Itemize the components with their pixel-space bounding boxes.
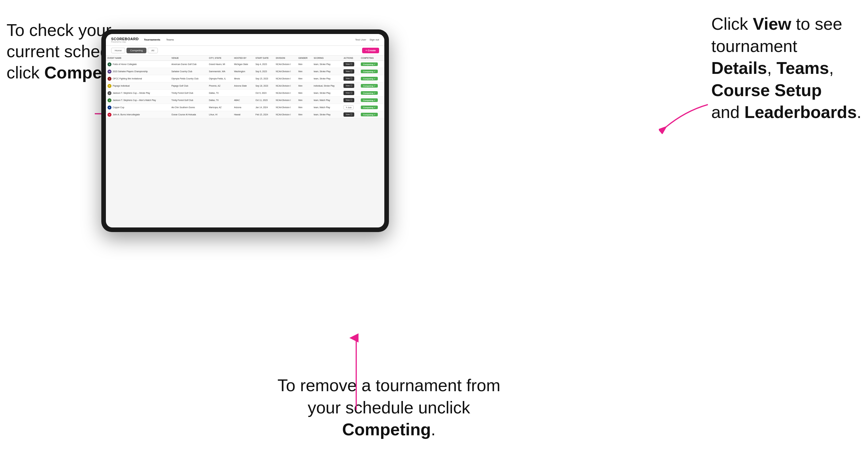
cell-actions: View ⓘ [342, 61, 359, 68]
competing-button[interactable]: Competing ✓ [361, 98, 378, 102]
cell-city: Phoenix, AZ [207, 82, 232, 90]
team-icon: S [107, 62, 112, 66]
view-button[interactable]: View ⓘ [343, 98, 354, 102]
cell-hosted: ABAC [232, 97, 254, 104]
cell-competing: Competing ✓ [359, 97, 384, 104]
cell-city: Olympia Fields, IL [207, 75, 232, 82]
table-row: H John A. Burns Intercollegiate Ocean Co… [106, 111, 384, 118]
cell-hosted: Illinois [232, 75, 254, 82]
filter-bar: Home Competing All + Create [106, 46, 384, 56]
header-left: SCOREBOARD Powered by clipp Tournaments … [111, 37, 174, 43]
nav-links: Tournaments Teams [144, 38, 174, 41]
view-button[interactable]: View ⓘ [343, 84, 354, 88]
cell-event-name: P Papago Individual [106, 82, 170, 90]
filter-tabs: Home Competing All [111, 48, 158, 53]
cell-event-name: W 2023 Sahalee Players Championship [106, 68, 170, 75]
cell-actions: View ⓘ [342, 75, 359, 82]
cell-competing: Competing ✓ [359, 90, 384, 97]
tab-all[interactable]: All [148, 48, 158, 53]
view-button[interactable]: View ⓘ [343, 113, 354, 117]
view-button[interactable]: View ⓘ [343, 62, 354, 66]
competing-button[interactable]: Competing ✓ [361, 113, 378, 116]
sign-out-link[interactable]: Sign out [370, 38, 379, 41]
cell-start-date: Oct 9, 2023 [254, 90, 274, 97]
cell-actions: ✎ Edit [342, 104, 359, 111]
cell-competing: Competing ✓ [359, 82, 384, 90]
table-row: J Jackson T. Stephens Cup – Men's Match … [106, 97, 384, 104]
competing-button[interactable]: Competing ✓ [361, 84, 378, 88]
team-icon: W [107, 70, 112, 73]
cell-scoring: team, Stroke Play [312, 61, 342, 68]
cell-event-name: I OFCC Fighting Illini Invitational [106, 75, 170, 82]
team-icon: A [107, 105, 112, 110]
col-competing: COMPETING [359, 56, 384, 61]
cell-venue: American Dunes Golf Club [170, 61, 208, 68]
cell-gender: Men [297, 82, 312, 90]
cell-competing: Competing ✓ [359, 111, 384, 118]
view-button[interactable]: View ⓘ [343, 69, 354, 73]
tab-competing[interactable]: Competing [126, 48, 147, 53]
header-right: Test User Sign out [355, 38, 379, 41]
cell-division: NCAA Division I [274, 75, 297, 82]
cell-hosted: Michigan State [232, 61, 254, 68]
event-name: Folds of Honor Collegiate [113, 63, 136, 65]
competing-button[interactable]: Competing ✓ [361, 105, 378, 109]
event-name: Jackson T. Stephens Cup – Men's Match Pl… [113, 99, 156, 101]
annotation-top-right: Click View to see tournament Details, Te… [711, 13, 862, 124]
cell-event-name: A Copper Cup [106, 104, 170, 111]
competing-button[interactable]: Competing ✓ [361, 77, 378, 81]
col-gender: GENDER [297, 56, 312, 61]
cell-start-date: Sep 9, 2023 [254, 68, 274, 75]
cell-scoring: team, Stroke Play [312, 75, 342, 82]
competing-button[interactable]: Competing ✓ [361, 91, 378, 95]
col-event-name: EVENT NAME [106, 56, 170, 61]
cell-actions: View ⓘ [342, 97, 359, 104]
edit-button[interactable]: ✎ Edit [343, 105, 353, 110]
cell-scoring: team, Match Play [312, 97, 342, 104]
cell-start-date: Feb 15, 2024 [254, 111, 274, 118]
cell-competing: Competing ✓ [359, 104, 384, 111]
table-row: W 2023 Sahalee Players Championship Saha… [106, 68, 384, 75]
cell-city: Sammamish, WA [207, 68, 232, 75]
cell-hosted [232, 90, 254, 97]
nav-tournaments[interactable]: Tournaments [144, 38, 160, 41]
cell-competing: Competing ✓ [359, 75, 384, 82]
team-icon: H [107, 113, 112, 117]
cell-division: NCAA Division I [274, 82, 297, 90]
cell-division: NCAA Division I [274, 104, 297, 111]
cell-venue: Ak-Chin Southern Dunes [170, 104, 208, 111]
cell-city: Maricopa, AZ [207, 104, 232, 111]
cell-city: Lihue, HI [207, 111, 232, 118]
cell-event-name: S Folds of Honor Collegiate [106, 61, 170, 68]
nav-teams[interactable]: Teams [166, 38, 174, 41]
scoreboard-logo: SCOREBOARD Powered by clipp [111, 37, 138, 43]
cell-event-name: H John A. Burns Intercollegiate [106, 111, 170, 118]
col-actions: ACTIONS [342, 56, 359, 61]
cell-competing: Competing ✓ [359, 61, 384, 68]
create-button[interactable]: + Create [362, 48, 379, 53]
cell-venue: Ocean Course At Hokuala [170, 111, 208, 118]
cell-hosted: Arizona [232, 104, 254, 111]
competing-button[interactable]: Competing ✓ [361, 62, 378, 66]
cell-hosted: Hawaii [232, 111, 254, 118]
col-venue: VENUE [170, 56, 208, 61]
table-row: J Jackson T. Stephens Cup – Stroke Play … [106, 90, 384, 97]
table-row: S Folds of Honor Collegiate American Dun… [106, 61, 384, 68]
cell-gender: Men [297, 90, 312, 97]
cell-event-name: J Jackson T. Stephens Cup – Men's Match … [106, 97, 170, 104]
tablet-frame: SCOREBOARD Powered by clipp Tournaments … [101, 29, 389, 232]
cell-venue: Sahalee Country Club [170, 68, 208, 75]
arrow-to-last-row [345, 331, 368, 413]
cell-event-name: J Jackson T. Stephens Cup – Stroke Play [106, 90, 170, 97]
cell-gender: Men [297, 97, 312, 104]
competing-button[interactable]: Competing ✓ [361, 70, 378, 73]
table-row: P Papago Individual Papago Golf ClubPhoe… [106, 82, 384, 90]
col-scoring: SCORING [312, 56, 342, 61]
tab-home[interactable]: Home [111, 48, 125, 53]
view-button[interactable]: View ⓘ [343, 91, 354, 95]
view-button[interactable]: View ⓘ [343, 76, 354, 81]
cell-gender: Men [297, 75, 312, 82]
logo-subtitle: Powered by clipp [111, 41, 138, 43]
cell-scoring: team, Stroke Play [312, 90, 342, 97]
table-container: EVENT NAME VENUE CITY, STATE HOSTED BY S… [106, 56, 384, 118]
